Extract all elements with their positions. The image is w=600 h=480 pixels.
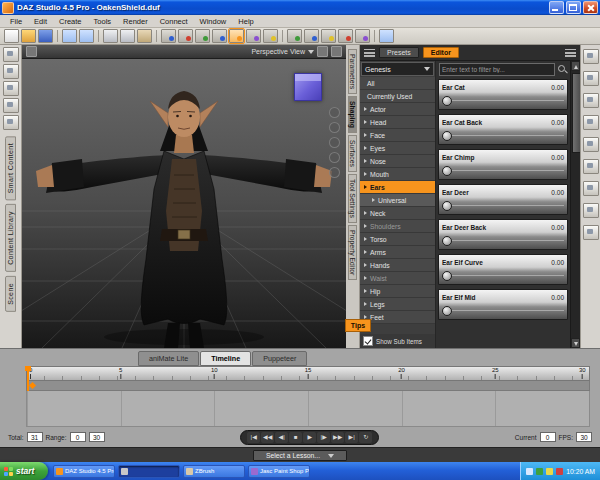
slider-value[interactable]: 0.00 <box>551 84 564 91</box>
tips-button[interactable]: Tips <box>345 319 371 332</box>
slider-track[interactable] <box>439 94 567 107</box>
save-file-icon[interactable] <box>38 29 53 43</box>
category-torso[interactable]: Torso <box>360 233 435 246</box>
slider-value[interactable]: 0.00 <box>551 224 564 231</box>
render-icon[interactable] <box>338 29 353 43</box>
previous-frame-button[interactable]: ◀| <box>275 432 288 443</box>
category-nose[interactable]: Nose <box>360 155 435 168</box>
aux-viewport-icon[interactable] <box>355 29 370 43</box>
figure-selector[interactable]: Genesis <box>361 62 434 76</box>
checkbox-checked-icon[interactable] <box>363 336 373 346</box>
presets-tab[interactable]: Presets <box>379 47 419 58</box>
loop-button[interactable]: ↻ <box>359 432 372 443</box>
tab-property-editor[interactable]: Property Editor <box>348 225 357 280</box>
slider-knob[interactable] <box>442 96 452 106</box>
timeline-ruler[interactable]: 0 5 10 15 20 25 30 <box>26 366 590 381</box>
volume-icon[interactable] <box>526 468 533 475</box>
clock[interactable]: 10:20 AM <box>566 468 595 475</box>
start-button[interactable]: start <box>0 462 48 480</box>
translate-tool-icon[interactable] <box>195 29 210 43</box>
category-ears-selected[interactable]: Ears <box>360 181 435 194</box>
cut-icon[interactable] <box>103 29 118 43</box>
dolly-control-icon[interactable] <box>329 152 340 163</box>
keyframe-marker[interactable] <box>29 382 36 389</box>
rotate-tool-icon[interactable] <box>178 29 193 43</box>
right-dock-icon-4[interactable] <box>583 115 599 130</box>
category-head[interactable]: Head <box>360 116 435 129</box>
pan-control-icon[interactable] <box>329 137 340 148</box>
tab-content-library[interactable]: Content Library <box>5 204 16 272</box>
slider-value[interactable]: 0.00 <box>551 154 564 161</box>
category-shoulders[interactable]: Shoulders <box>360 220 435 233</box>
menu-item-file[interactable]: File <box>4 16 28 27</box>
view-cube[interactable] <box>294 73 322 101</box>
next-keyframe-button[interactable]: ▶▶ <box>331 432 344 443</box>
pane-options-icon[interactable] <box>317 46 328 57</box>
slider-track[interactable] <box>439 199 567 212</box>
task-paint-shop-pro[interactable]: Jasc Paint Shop Pro -... <box>248 465 310 478</box>
category-arms[interactable]: Arms <box>360 246 435 259</box>
slider-track[interactable] <box>439 269 567 282</box>
slider-track[interactable] <box>439 129 567 142</box>
tab-surfaces[interactable]: Surfaces <box>348 135 357 172</box>
slider-track[interactable] <box>439 304 567 317</box>
category-all[interactable]: All <box>360 77 435 90</box>
open-file-icon[interactable] <box>21 29 36 43</box>
camera-icon[interactable] <box>304 29 319 43</box>
stop-button[interactable]: ■ <box>289 432 302 443</box>
category-currently-used[interactable]: Currently Used <box>360 90 435 103</box>
go-to-end-button[interactable]: ▶| <box>345 432 358 443</box>
close-button[interactable] <box>583 1 598 14</box>
total-field[interactable]: 31 <box>27 432 43 442</box>
menu-item-create[interactable]: Create <box>53 16 88 27</box>
slider-knob[interactable] <box>442 131 452 141</box>
category-actor[interactable]: Actor <box>360 103 435 116</box>
right-dock-icon-8[interactable] <box>583 203 599 218</box>
active-pose-tool-icon[interactable] <box>229 29 244 43</box>
slider-value[interactable]: 0.00 <box>551 294 564 301</box>
menu-item-connect[interactable]: Connect <box>154 16 194 27</box>
paste-icon[interactable] <box>137 29 152 43</box>
orbit-control-icon[interactable] <box>329 107 340 118</box>
category-universal[interactable]: Universal <box>360 194 435 207</box>
current-frame-field[interactable]: 0 <box>540 432 556 442</box>
right-dock-icon-2[interactable] <box>583 71 599 86</box>
left-dock-icon-5[interactable] <box>3 115 19 130</box>
view-selector[interactable]: Perspective View <box>251 48 305 55</box>
slider-knob[interactable] <box>442 271 452 281</box>
slider-knob[interactable] <box>442 201 452 211</box>
maximize-button[interactable] <box>566 1 581 14</box>
left-dock-icon-3[interactable] <box>3 81 19 96</box>
category-mouth[interactable]: Mouth <box>360 168 435 181</box>
spot-render-tool-icon[interactable] <box>263 29 278 43</box>
slider-knob[interactable] <box>442 236 452 246</box>
chevron-down-icon[interactable] <box>308 50 314 54</box>
right-dock-icon-7[interactable] <box>583 181 599 196</box>
next-frame-button[interactable]: |▶ <box>317 432 330 443</box>
category-feet[interactable]: Feet <box>360 311 435 324</box>
left-dock-icon-2[interactable] <box>3 64 19 79</box>
frame-control-icon[interactable] <box>329 167 340 178</box>
antivirus-icon[interactable] <box>536 468 543 475</box>
menu-item-help[interactable]: Help <box>232 16 259 27</box>
right-dock-icon-1[interactable] <box>583 49 599 64</box>
pane-grid-icon[interactable] <box>26 46 37 57</box>
rotate-control-icon[interactable] <box>329 122 340 133</box>
menu-item-window[interactable]: Window <box>194 16 233 27</box>
category-waist[interactable]: Waist <box>360 272 435 285</box>
keyframe-row[interactable] <box>26 381 590 391</box>
slider-track[interactable] <box>439 234 567 247</box>
redo-icon[interactable] <box>79 29 94 43</box>
undo-icon[interactable] <box>62 29 77 43</box>
playhead[interactable] <box>27 366 29 391</box>
task-zbrush[interactable]: ZBrush <box>183 465 245 478</box>
timeline-track-area[interactable] <box>26 391 590 427</box>
fps-field[interactable]: 30 <box>576 432 592 442</box>
slider-knob[interactable] <box>442 306 452 316</box>
category-legs[interactable]: Legs <box>360 298 435 311</box>
tab-puppeteer[interactable]: Puppeteer <box>252 351 307 366</box>
slider-value[interactable]: 0.00 <box>551 189 564 196</box>
filter-input[interactable] <box>439 63 555 76</box>
range-end-field[interactable]: 30 <box>89 432 105 442</box>
menu-item-render[interactable]: Render <box>117 16 154 27</box>
